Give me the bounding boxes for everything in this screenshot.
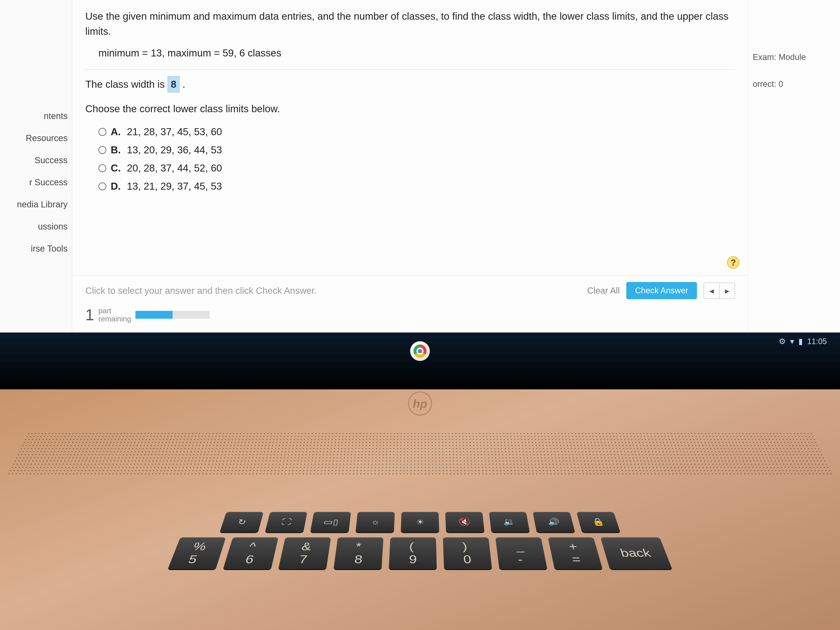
hp-logo-icon: hp bbox=[408, 392, 432, 415]
class-width-answer-box[interactable]: 8 bbox=[167, 76, 180, 93]
sidebar-item-course-tools[interactable]: irse Tools bbox=[0, 238, 72, 260]
sidebar-item-label: nedia Library bbox=[17, 199, 68, 209]
next-question-button[interactable]: ▸ bbox=[719, 283, 734, 298]
option-text: 13, 20, 29, 36, 44, 53 bbox=[127, 142, 222, 158]
parts-remaining-label-1: part bbox=[98, 307, 131, 315]
sidebar-item-label: ussions bbox=[38, 222, 68, 231]
footer-instruction: Click to select your answer and then cli… bbox=[85, 286, 317, 296]
key-9[interactable]: (9 bbox=[389, 537, 437, 569]
sidebar-item-label: r Success bbox=[29, 177, 68, 187]
option-b[interactable]: B. 13, 20, 29, 36, 44, 53 bbox=[98, 142, 735, 158]
clear-all-button[interactable]: Clear All bbox=[587, 286, 620, 295]
key-mute[interactable]: 🔇 bbox=[445, 512, 485, 532]
wifi-tray-icon[interactable]: ▾ bbox=[790, 337, 794, 346]
option-letter: C. bbox=[111, 161, 121, 176]
progress-fill bbox=[136, 311, 172, 319]
progress-bar bbox=[136, 311, 210, 319]
correct-count: orrect: 0 bbox=[748, 71, 840, 98]
battery-tray-icon[interactable]: ▮ bbox=[799, 337, 803, 346]
settings-tray-icon[interactable]: ⚙ bbox=[779, 337, 786, 346]
key-vol-up[interactable]: 🔊 bbox=[533, 512, 575, 532]
laptop-bezel bbox=[0, 333, 840, 389]
radio-icon[interactable] bbox=[98, 182, 106, 190]
question-footer: Click to select your answer and then cli… bbox=[72, 275, 748, 333]
key-brightness-down[interactable]: ☼ bbox=[355, 512, 395, 532]
chrome-shelf-icon[interactable] bbox=[410, 341, 430, 361]
key-0[interactable]: )0 bbox=[443, 537, 492, 569]
key-refresh[interactable]: ↻ bbox=[219, 512, 264, 532]
sidebar-item-label: irse Tools bbox=[31, 244, 68, 253]
sidebar-item-label: Success bbox=[35, 155, 68, 165]
key-overview[interactable]: ▭▯ bbox=[310, 512, 351, 532]
key-brightness-up[interactable]: ☀ bbox=[401, 512, 439, 532]
key-7[interactable]: &7 bbox=[278, 537, 331, 569]
key-lock[interactable]: 🔒 bbox=[576, 512, 621, 532]
help-icon[interactable]: ? bbox=[727, 256, 739, 268]
key-vol-down[interactable]: 🔉 bbox=[489, 512, 530, 532]
sidebar-item-contents[interactable]: ntents bbox=[0, 105, 72, 127]
course-sidebar: ntents Resources Success r Success nedia… bbox=[0, 0, 72, 333]
sidebar-item-discussions[interactable]: ussions bbox=[0, 215, 72, 238]
option-text: 20, 28, 37, 44, 52, 60 bbox=[127, 161, 222, 176]
question-panel: Use the given minimum and maximum data e… bbox=[72, 0, 748, 333]
sidebar-item-media-library[interactable]: nedia Library bbox=[0, 193, 72, 215]
key-6[interactable]: ^6 bbox=[223, 537, 278, 569]
choose-prompt: Choose the correct lower class limits be… bbox=[85, 101, 735, 116]
key-fullscreen[interactable]: ⛶ bbox=[265, 512, 307, 532]
prev-question-button[interactable]: ◂ bbox=[704, 283, 719, 298]
key-minus[interactable]: _- bbox=[495, 537, 547, 569]
radio-icon[interactable] bbox=[98, 128, 106, 136]
tray-time: 11:05 bbox=[807, 337, 827, 346]
sidebar-item-success[interactable]: Success bbox=[0, 149, 72, 171]
class-width-statement: The class width is 8 . bbox=[85, 76, 735, 93]
check-answer-button[interactable]: Check Answer bbox=[626, 282, 697, 299]
question-prompt: Use the given minimum and maximum data e… bbox=[85, 9, 735, 39]
sidebar-item-label: Resources bbox=[26, 133, 68, 143]
option-text: 13, 21, 29, 37, 45, 53 bbox=[127, 179, 222, 194]
key-backspace[interactable]: back bbox=[600, 537, 672, 569]
keyboard: ↻ ⛶ ▭▯ ☼ ☀ 🔇 🔉 🔊 🔒 %5 ^6 &7 *8 (9 )0 _- … bbox=[0, 512, 840, 615]
question-nav: ◂ ▸ bbox=[704, 283, 735, 299]
option-d[interactable]: D. 13, 21, 29, 37, 45, 53 bbox=[98, 179, 735, 194]
key-8[interactable]: *8 bbox=[333, 537, 384, 569]
option-letter: B. bbox=[111, 142, 121, 158]
speaker-grille bbox=[7, 432, 833, 474]
exam-info-panel: Exam: Module orrect: 0 bbox=[748, 0, 840, 333]
parts-remaining-count: 1 bbox=[85, 306, 94, 324]
sidebar-item-resources[interactable]: Resources bbox=[0, 127, 72, 149]
sidebar-item-label: ntents bbox=[44, 111, 68, 121]
option-letter: D. bbox=[111, 179, 121, 194]
question-given-values: minimum = 13, maximum = 59, 6 classes bbox=[98, 46, 735, 61]
option-c[interactable]: C. 20, 28, 37, 44, 52, 60 bbox=[98, 161, 735, 176]
class-width-post: . bbox=[180, 79, 185, 90]
parts-remaining-label-2: remaining bbox=[98, 315, 131, 323]
option-a[interactable]: A. 21, 28, 37, 45, 53, 60 bbox=[98, 124, 735, 139]
key-equals[interactable]: += bbox=[548, 537, 602, 569]
option-letter: A. bbox=[111, 124, 121, 139]
system-tray[interactable]: ⚙ ▾ ▮ 11:05 bbox=[779, 337, 827, 346]
key-5[interactable]: %5 bbox=[168, 537, 226, 569]
exam-title: Exam: Module bbox=[748, 44, 840, 71]
radio-icon[interactable] bbox=[98, 164, 106, 172]
radio-icon[interactable] bbox=[98, 146, 106, 154]
sidebar-item-for-success[interactable]: r Success bbox=[0, 171, 72, 193]
class-width-pre: The class width is bbox=[85, 79, 167, 90]
option-text: 21, 28, 37, 45, 53, 60 bbox=[127, 124, 222, 139]
